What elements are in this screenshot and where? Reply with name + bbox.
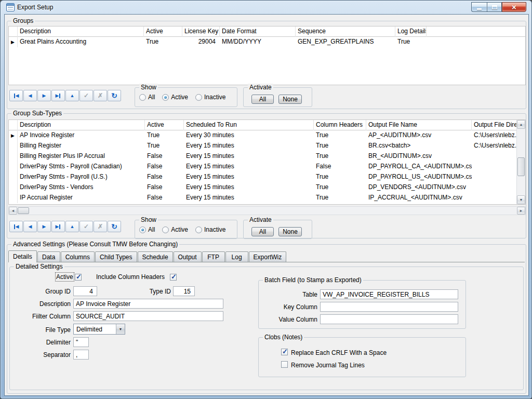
column-header-date-format[interactable]: Date Format (220, 26, 296, 37)
file-type-select[interactable]: Delimited ▼ (73, 324, 125, 335)
tab-schedule[interactable]: Schedule (138, 251, 173, 262)
grid-row[interactable]: ▶Great Plains AccountingTrue29004MM/DD/Y… (9, 37, 525, 47)
tab-details[interactable]: Details (8, 250, 37, 262)
vertical-scrollbar[interactable]: ▲ ▼ (516, 120, 525, 204)
scroll-down-icon[interactable]: ▼ (517, 195, 525, 204)
column-header-description[interactable]: Description (18, 120, 145, 130)
tab-output[interactable]: Output (174, 251, 202, 262)
nav-first-icon[interactable]: ◀ (9, 90, 23, 101)
grid-cell: True (314, 193, 366, 203)
separator-input[interactable] (73, 350, 89, 360)
nav-cancel-icon[interactable]: ✗ (94, 90, 107, 101)
tab-columns[interactable]: Columns (61, 251, 95, 262)
horizontal-scrollbar[interactable]: ◄ ► (8, 206, 526, 215)
radio-all[interactable]: All (139, 226, 155, 233)
scroll-up-icon[interactable]: ▲ (517, 120, 525, 129)
grid-row[interactable]: DriverPay Stmts - Payroll (Canadian)Fals… (9, 162, 525, 172)
subtypes-navigator: ◀◀▶▶▲✓✗↻ (9, 221, 122, 232)
tab-exportwiz[interactable]: ExportWiz (249, 251, 287, 262)
app-icon-bar (7, 4, 14, 6)
nav-cancel-icon[interactable]: ✗ (94, 221, 107, 232)
activate-all-button[interactable]: All (251, 95, 274, 104)
vertical-scroll-thumb[interactable] (517, 157, 525, 176)
activate-none-button[interactable]: None (278, 227, 302, 236)
horizontal-scroll-thumb[interactable] (18, 207, 29, 214)
radio-label: Active (171, 94, 188, 101)
active-checkbox[interactable] (75, 274, 82, 281)
minimize-button[interactable] (471, 2, 487, 12)
grid-row[interactable]: IP Accrual RegisterFalseEvery 15 minutes… (9, 193, 525, 203)
remove-journal-checkbox[interactable] (281, 361, 288, 368)
radio-label: All (148, 94, 155, 101)
tab-child-types[interactable]: Child Types (95, 251, 137, 262)
column-header-filler (427, 26, 525, 37)
radio-inactive[interactable]: Inactive (195, 94, 225, 101)
filter-column-input[interactable] (73, 311, 223, 321)
nav-last-icon[interactable]: ▶ (51, 221, 65, 232)
nav-post-icon[interactable]: ✓ (79, 221, 93, 232)
radio-dot-icon (195, 94, 202, 101)
grid-cell: DriverPay Stmts - Payroll (Canadian) (18, 162, 145, 172)
grid-row[interactable]: DriverPay Stmts - Payroll (U.S.)FalseEve… (9, 172, 525, 182)
radio-inactive[interactable]: Inactive (195, 226, 225, 233)
nav-edit-icon[interactable]: ▲ (65, 90, 79, 101)
nav-refresh-icon[interactable]: ↻ (108, 90, 121, 101)
value-column-input[interactable] (320, 314, 458, 324)
nav-next-icon[interactable]: ▶ (37, 221, 51, 232)
delimiter-input[interactable] (73, 337, 89, 347)
close-button[interactable]: × (502, 2, 526, 12)
scroll-left-icon[interactable]: ◄ (9, 207, 17, 215)
chevron-down-icon[interactable]: ▼ (116, 324, 125, 334)
description-input[interactable] (73, 299, 223, 309)
grid-cell: DP_VENDORS_<AUDITNUM>.csv (366, 182, 472, 193)
table-input[interactable] (320, 289, 458, 299)
grid-cell: BR.csv<batch> (366, 141, 472, 151)
tab-log[interactable]: Log (225, 251, 248, 262)
grid-cell: False (145, 182, 184, 193)
column-header-active[interactable]: Active (145, 120, 184, 130)
tab-data[interactable]: Data (37, 251, 60, 262)
column-header-column-headers[interactable]: Column Headers (314, 120, 366, 130)
replace-crlf-checkbox[interactable] (281, 349, 288, 355)
activate-all-button[interactable]: All (251, 227, 274, 236)
grid-row[interactable]: ▶AP Invoice RegisterTrueEvery 30 minutes… (9, 130, 525, 141)
column-header-scheduled-to-run[interactable]: Scheduled To Run (184, 120, 314, 130)
nav-last-icon[interactable]: ▶ (51, 90, 65, 101)
grid-row[interactable]: Billing Register Plus IP AccrualFalseEve… (9, 151, 525, 162)
column-header-license-key[interactable]: License Key (182, 26, 220, 37)
nav-refresh-icon[interactable]: ↻ (108, 221, 121, 232)
column-header-log-details[interactable]: Log Details (395, 26, 427, 37)
key-column-input[interactable] (320, 302, 458, 312)
nav-prior-icon[interactable]: ◀ (23, 221, 37, 232)
column-header-output-file-name[interactable]: Output File Name (366, 120, 472, 130)
type-id-input[interactable] (173, 286, 195, 296)
tab-ftp[interactable]: FTP (202, 251, 225, 262)
column-header-active[interactable]: Active (144, 26, 182, 37)
nav-next-icon[interactable]: ▶ (37, 90, 51, 101)
subtypes-label: Group Sub-Types (11, 110, 63, 117)
maximize-button[interactable] (487, 2, 502, 12)
nav-first-icon[interactable]: ◀ (9, 221, 23, 232)
nav-prior-icon[interactable]: ◀ (23, 90, 37, 101)
activate-none-button[interactable]: None (278, 95, 302, 104)
grid-cell: Every 15 minutes (184, 141, 314, 151)
activate-label: Activate (248, 216, 273, 223)
type-id-label: Type ID (119, 288, 171, 295)
column-header-description[interactable]: Description (18, 26, 144, 37)
include-column-headers-checkbox[interactable] (170, 274, 177, 281)
window-title: Export Setup (17, 4, 53, 11)
grid-row[interactable]: Billing RegisterTrueEvery 15 minutesTrue… (9, 141, 525, 151)
scroll-right-icon[interactable]: ► (517, 207, 525, 215)
nav-post-icon[interactable]: ✓ (79, 90, 93, 101)
radio-active[interactable]: Active (162, 226, 188, 233)
grid-cell: True (395, 37, 427, 47)
grid-cell: Great Plains Accounting (18, 37, 144, 47)
grid-cell: False (145, 151, 184, 162)
radio-all[interactable]: All (139, 94, 155, 101)
grid-row[interactable]: DriverPay Stmts - VendorsFalseEvery 15 m… (9, 182, 525, 193)
row-selector: ▶ (9, 37, 18, 47)
group-id-input[interactable] (73, 286, 97, 296)
column-header-sequence[interactable]: Sequence (296, 26, 395, 37)
nav-edit-icon[interactable]: ▲ (65, 221, 79, 232)
radio-active[interactable]: Active (162, 94, 188, 101)
